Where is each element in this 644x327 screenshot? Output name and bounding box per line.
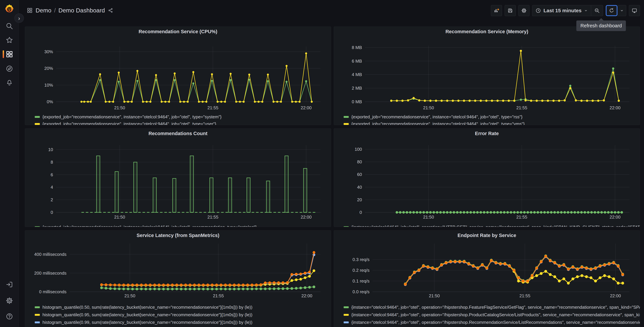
timeseries-chart[interactable]: 21:5021:5522:000246810	[28, 138, 328, 223]
dashboards-icon[interactable]	[6, 50, 13, 58]
timeseries-chart[interactable]: 21:5021:5522:00020406080100	[336, 138, 637, 223]
panel-legend: {instance="otelcol:9464", job="otel", op…	[344, 304, 640, 327]
panel-recommendation-cpu[interactable]: Recommendation Service (CPU%) 21:5021:55…	[25, 26, 331, 125]
svg-text:4 MB: 4 MB	[352, 72, 362, 77]
refresh-icon	[609, 8, 614, 14]
chevron-down-icon	[620, 8, 624, 13]
panel-endpoint-rate[interactable]: Endpoint Rate by Service 21:5021:5522:00…	[334, 230, 640, 327]
plus-icon	[498, 9, 499, 10]
time-range-button[interactable]: Last 15 minutes	[532, 5, 591, 16]
svg-text:21:50: 21:50	[114, 214, 125, 220]
svg-text:2: 2	[51, 197, 53, 202]
svg-text:100: 100	[355, 147, 362, 152]
legend-item[interactable]: {exported_job="recommendationservice", i…	[35, 120, 331, 125]
time-picker: Last 15 minutes	[532, 5, 603, 16]
legend-label: {instance="otelcol:9464", job="otel", op…	[352, 320, 640, 325]
svg-text:21:55: 21:55	[208, 214, 218, 220]
svg-text:22:00: 22:00	[610, 214, 620, 220]
legend-label: {instance="otelcol:9464", job="otel", op…	[352, 305, 640, 310]
breadcrumb: Demo / Demo Dashboard	[26, 0, 113, 21]
settings-gear-icon[interactable]	[6, 297, 13, 304]
svg-text:4: 4	[51, 185, 53, 190]
svg-text:21:50: 21:50	[124, 293, 135, 298]
apps-grid-icon	[26, 7, 33, 14]
panel-title[interactable]: Endpoint Rate by Service	[334, 230, 640, 240]
sign-in-icon[interactable]	[6, 281, 13, 288]
grafana-app: › Demo	[0, 0, 644, 327]
legend-item[interactable]: histogram_quantile(0.99, sum(rate(latenc…	[35, 318, 331, 326]
svg-text:0.0 req/s: 0.0 req/s	[352, 289, 370, 294]
time-range-label: Last 15 minutes	[544, 8, 582, 14]
legend-item[interactable]: {instance="otelcol:9464", job="otel", op…	[344, 224, 640, 227]
legend-swatch	[344, 226, 349, 227]
legend-item[interactable]: histogram_quantile(0.50, sum(rate(latenc…	[35, 304, 331, 311]
legend-item[interactable]: histogram_quantile(0.95, sum(rate(latenc…	[35, 311, 331, 318]
svg-text:8 MB: 8 MB	[352, 45, 362, 50]
share-icon[interactable]	[108, 8, 113, 13]
legend-label: histogram_quantile(0.95, sum(rate(latenc…	[42, 312, 252, 318]
panel-title[interactable]: Service Latency (from SpanMetrics)	[25, 230, 331, 240]
legend-swatch	[35, 306, 40, 308]
chevron-down-icon	[584, 8, 588, 12]
svg-text:6: 6	[51, 172, 53, 177]
save-dashboard-button[interactable]	[505, 5, 516, 16]
legend-label: histogram_quantile(0.50, sum(rate(latenc…	[42, 305, 252, 310]
panel-title[interactable]: Error Rate	[334, 128, 640, 138]
panel-error-rate[interactable]: Error Rate 21:5021:5522:00020406080100 {…	[334, 128, 640, 227]
timeseries-chart[interactable]: 21:5021:5522:000 MB2 MB4 MB6 MB8 MB	[336, 36, 637, 113]
legend-item[interactable]: {instance="otelcol:9464", job="otel", op…	[344, 326, 640, 327]
monitor-icon	[632, 8, 637, 14]
svg-text:21:50: 21:50	[114, 105, 125, 110]
alerting-bell-icon[interactable]	[6, 78, 13, 86]
svg-text:0.3 req/s: 0.3 req/s	[352, 257, 370, 262]
legend-item[interactable]: {instance="otelcol:9464", job="otel", op…	[344, 304, 640, 311]
svg-text:21:50: 21:50	[429, 293, 440, 298]
panel-recommendation-memory[interactable]: Recommendation Service (Memory) 21:5021:…	[334, 26, 640, 125]
panel-title[interactable]: Recommendations Count	[25, 128, 331, 138]
zoom-out-icon	[594, 8, 600, 14]
legend-item[interactable]: {exported_job="recommendationservice", i…	[35, 224, 331, 227]
panel-recommendations-count[interactable]: Recommendations Count 21:5021:5522:00024…	[25, 128, 331, 227]
legend-item[interactable]: {instance="otelcol:9464", job="otel", op…	[344, 318, 640, 326]
legend-swatch	[35, 116, 40, 118]
sidebar-expand-button[interactable]: ›	[14, 14, 24, 23]
panel-legend: {exported_job="recommendationservice", i…	[35, 224, 331, 227]
cycle-view-button[interactable]	[629, 5, 640, 16]
breadcrumb-section[interactable]: Demo	[36, 7, 51, 14]
legend-item[interactable]: {exported_job="recommendationservice", i…	[344, 113, 640, 120]
star-icon[interactable]	[6, 36, 13, 44]
dashboard-settings-button[interactable]	[518, 5, 530, 16]
grafana-logo[interactable]	[4, 4, 14, 14]
svg-text:8: 8	[51, 160, 53, 165]
legend-item[interactable]: {exported_job="recommendationservice", i…	[344, 120, 640, 125]
refresh-button[interactable]	[606, 5, 618, 16]
explore-compass-icon[interactable]	[6, 65, 13, 72]
add-panel-button[interactable]	[491, 5, 502, 16]
svg-text:21:50: 21:50	[423, 105, 434, 110]
zoom-out-button[interactable]	[591, 5, 603, 16]
search-icon[interactable]	[6, 22, 13, 30]
svg-text:22:00: 22:00	[301, 293, 312, 298]
svg-text:21:55: 21:55	[213, 293, 224, 298]
legend-item[interactable]: histogram_quantile(0.999, sum(rate(laten…	[35, 326, 331, 327]
svg-text:20: 20	[357, 197, 362, 202]
panel-service-latency[interactable]: Service Latency (from SpanMetrics) 21:50…	[25, 230, 331, 327]
legend-swatch	[35, 322, 40, 323]
toolbar: Last 15 minutes	[491, 5, 640, 16]
svg-text:60: 60	[357, 172, 362, 177]
svg-text:200 milliseconds: 200 milliseconds	[34, 270, 66, 276]
panel-legend: histogram_quantile(0.50, sum(rate(latenc…	[35, 304, 331, 327]
help-icon[interactable]	[6, 312, 13, 320]
legend-swatch	[35, 226, 40, 227]
svg-text:0%: 0%	[47, 99, 53, 104]
legend-item[interactable]: {exported_job="recommendationservice", i…	[35, 113, 331, 120]
svg-text:21:50: 21:50	[423, 214, 434, 220]
timeseries-chart[interactable]: 21:5021:5522:000%10%20%30%	[28, 36, 328, 113]
timeseries-chart[interactable]: 21:5021:5522:000 milliseconds200 millise…	[28, 240, 328, 299]
timeseries-chart[interactable]: 21:5021:5522:000.0 req/s0.1 req/s0.2 req…	[336, 240, 637, 299]
breadcrumb-page-title[interactable]: Demo Dashboard	[58, 7, 105, 14]
panel-title[interactable]: Recommendation Service (CPU%)	[25, 27, 331, 36]
dashboard-grid: Recommendation Service (CPU%) 21:5021:55…	[25, 26, 640, 327]
legend-item[interactable]: {instance="otelcol:9464", job="otel", op…	[344, 311, 640, 318]
refresh-interval-dropdown[interactable]	[618, 5, 626, 16]
